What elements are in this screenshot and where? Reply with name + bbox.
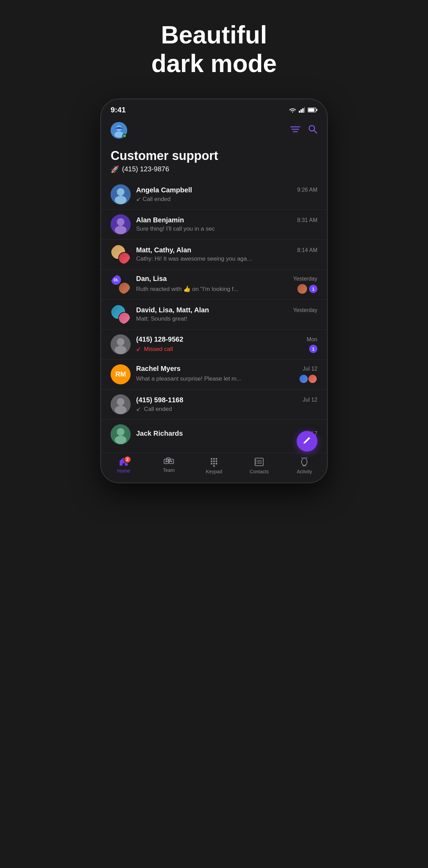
nav-item-contacts[interactable]: Contacts <box>237 457 282 474</box>
avatar: DL <box>111 274 131 294</box>
conv-preview: What a pleasant surprise! Please let m..… <box>136 375 241 382</box>
signal-icon <box>299 107 305 113</box>
conversation-content: Matt, Cathy, Alan 8:14 AM Cathy: Hi! It … <box>136 246 317 262</box>
conv-time: Yesterday <box>293 307 317 313</box>
conversation-content: Angela Campbell 9:26 AM ↙ Call ended <box>136 186 317 203</box>
user-avatar-container[interactable] <box>111 122 127 139</box>
avatar <box>111 244 131 264</box>
badge-avatar <box>297 284 307 294</box>
nav-item-activity[interactable]: Activity <box>282 457 327 474</box>
svg-point-26 <box>115 406 126 414</box>
svg-point-38 <box>216 458 217 460</box>
avatar <box>111 184 131 204</box>
contacts-label: Contacts <box>250 469 269 474</box>
team-icon <box>164 457 174 465</box>
avatar-stack <box>111 304 131 324</box>
home-badge: 2 <box>124 456 131 463</box>
contact-name: Alan Benjamin <box>136 216 184 224</box>
svg-rect-6 <box>308 108 315 111</box>
list-item[interactable]: (415) 128-9562 Mon ↙ Missed call 1 <box>101 330 327 360</box>
conv-preview: ↙ Call ended <box>136 195 171 203</box>
contacts-icon <box>254 457 264 467</box>
unread-badge: 1 <box>309 285 317 293</box>
avatar <box>111 424 131 444</box>
list-item[interactable]: Alan Benjamin 8:31 AM Sure thing! I'll c… <box>101 210 327 240</box>
svg-point-20 <box>115 226 126 234</box>
conv-preview: Cathy: Hi! It was awesome seeing you aga… <box>136 255 253 262</box>
avatar <box>111 334 131 354</box>
badge-avatar <box>308 374 317 384</box>
svg-line-14 <box>314 130 317 133</box>
svg-point-22 <box>117 338 124 346</box>
svg-point-23 <box>115 346 126 354</box>
contact-name: (415) 128-9562 <box>136 335 183 343</box>
phone-frame: 9:41 <box>100 99 328 483</box>
conversation-content: Jack Richards Jul 7 <box>136 430 317 439</box>
activity-icon <box>300 457 309 467</box>
svg-point-9 <box>114 131 123 138</box>
activity-label: Activity <box>297 469 312 474</box>
hero-text: Beautiful dark mode <box>151 21 277 78</box>
svg-point-19 <box>117 218 124 226</box>
battery-icon <box>308 108 317 112</box>
dl-badge: DL <box>111 274 122 285</box>
conv-preview: ↙ Missed call <box>136 345 173 353</box>
app-header <box>101 118 327 143</box>
team-label: Team <box>163 467 175 473</box>
workspace-title: Customer support <box>111 148 317 163</box>
svg-point-28 <box>117 428 124 436</box>
conversation-content: Rachel Myers Jul 12 What a pleasant surp… <box>136 365 317 384</box>
avatar <box>111 304 131 324</box>
nav-item-home[interactable]: 2 Home <box>101 457 146 474</box>
status-bar: 9:41 <box>101 99 327 118</box>
list-item[interactable]: Angela Campbell 9:26 AM ↙ Call ended <box>101 180 327 210</box>
conv-time: Jul 12 <box>303 397 317 403</box>
hero-line1: Beautiful <box>161 21 267 49</box>
svg-rect-3 <box>304 107 305 113</box>
contact-name: Dan, Lisa <box>136 275 167 283</box>
home-label: Home <box>117 468 130 474</box>
svg-rect-0 <box>299 111 300 113</box>
workspace-emoji: 🚀 <box>111 165 119 173</box>
keypad-icon <box>209 457 219 467</box>
keypad-label: Keypad <box>206 469 222 474</box>
conv-time: Mon <box>307 336 317 343</box>
badge-avatar <box>299 374 308 384</box>
wifi-icon <box>289 107 296 113</box>
conversations-list: Angela Campbell 9:26 AM ↙ Call ended Al <box>101 176 327 453</box>
conv-time: 8:14 AM <box>297 247 317 253</box>
svg-point-29 <box>115 436 126 444</box>
svg-point-17 <box>115 196 126 204</box>
workspace-number: 🚀 (415) 123-9876 <box>111 165 317 173</box>
svg-point-35 <box>167 459 169 461</box>
conversation-content: Alan Benjamin 8:31 AM Sure thing! I'll c… <box>136 216 317 232</box>
nav-item-keypad[interactable]: Keypad <box>191 457 236 474</box>
filter-icon[interactable] <box>291 125 300 135</box>
conv-time: Yesterday <box>293 276 317 282</box>
compose-fab[interactable] <box>297 431 317 452</box>
list-item[interactable]: (415) 598-1168 Jul 12 ↙ Call ended <box>101 390 327 420</box>
contact-name: Matt, Cathy, Alan <box>136 246 191 254</box>
bottom-navigation: 2 Home Team <box>101 453 327 483</box>
svg-point-25 <box>117 398 124 406</box>
contact-name: David, Lisa, Matt, Alan <box>136 306 209 314</box>
list-item[interactable]: DL Dan, Lisa Yesterday Ruth reacted with… <box>101 270 327 300</box>
workspace-phone: (415) 123-9876 <box>122 165 169 173</box>
search-icon[interactable] <box>308 124 317 136</box>
conversation-content: Dan, Lisa Yesterday Ruth reacted with 👍 … <box>136 275 317 294</box>
hero-line2: dark mode <box>151 50 277 77</box>
avatar <box>111 214 131 234</box>
conv-preview: Matt: Sounds great! <box>136 315 187 322</box>
conv-preview: Sure thing! I'll call you in a sec <box>136 225 215 232</box>
svg-point-44 <box>216 463 217 464</box>
conv-time: 9:26 AM <box>297 187 317 193</box>
header-actions <box>291 124 317 136</box>
nav-item-team[interactable]: Team <box>146 457 191 474</box>
list-item[interactable]: Matt, Cathy, Alan 8:14 AM Cathy: Hi! It … <box>101 240 327 270</box>
conversation-content: (415) 598-1168 Jul 12 ↙ Call ended <box>136 396 317 413</box>
svg-point-41 <box>216 460 217 462</box>
svg-point-16 <box>117 188 124 196</box>
list-item[interactable]: David, Lisa, Matt, Alan Yesterday Matt: … <box>101 300 327 330</box>
list-item[interactable]: Jack Richards Jul 7 <box>101 420 327 449</box>
list-item[interactable]: RM Rachel Myers Jul 12 What a pleasant s… <box>101 360 327 390</box>
